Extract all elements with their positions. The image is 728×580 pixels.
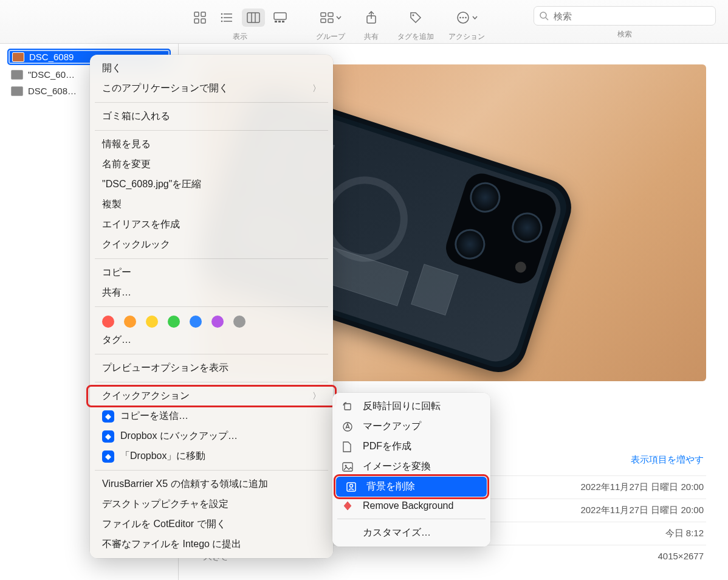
svg-rect-17 [321,13,326,16]
svg-rect-15 [278,21,281,22]
file-thumb-icon [11,70,23,80]
svg-rect-19 [321,19,326,22]
view-columns-button[interactable] [242,9,265,27]
svg-rect-1 [201,12,205,16]
meta-value-created: 2022年11月27日 日曜日 20:00 [580,482,704,493]
sm-markup[interactable]: マークアップ [332,416,490,437]
cm-coteditor[interactable]: ファイルを CotEditor で開く [90,514,333,534]
file-name: DSC_6089 [29,52,74,62]
group-button[interactable] [320,9,342,27]
cm-share[interactable]: 共有… [90,283,333,303]
cm-dropbox-backup[interactable]: ◆ Dropbox にバックアップ… [90,426,333,446]
sm-customize[interactable]: カスタマイズ… [332,523,490,543]
svg-point-8 [221,17,223,19]
file-name: DSC_608… [28,86,77,96]
cm-open[interactable]: 開く [90,58,333,78]
svg-rect-20 [328,19,333,22]
view-icons-button[interactable] [188,9,211,27]
app-icon [342,500,355,511]
tag-color-row [90,311,333,330]
tag-purple[interactable] [211,316,224,328]
svg-rect-0 [194,12,199,16]
sm-pdf[interactable]: PDFを作成 [332,437,490,457]
file-thumb-icon [11,86,23,96]
tag-yellow[interactable] [146,316,158,328]
action-button[interactable] [456,9,478,27]
search-input[interactable] [534,6,716,26]
cm-copy[interactable]: コピー [90,263,333,283]
chevron-right-icon: 〉 [312,391,321,402]
cm-quick-actions[interactable]: クイックアクション〉 [90,386,333,406]
tag-blue[interactable] [190,316,202,328]
cm-info[interactable]: 情報を見る [90,134,333,154]
svg-point-28 [540,12,546,18]
meta-value-modified: 2022年11月27日 日曜日 20:00 [580,505,704,516]
svg-point-35 [350,484,353,487]
view-label: 表示 [233,32,247,42]
svg-point-26 [462,17,464,19]
action-label: アクション [448,32,485,42]
sm-remove-bg-jp[interactable]: 背景を削除 [336,477,487,497]
cm-send-copy[interactable]: ◆ コピーを送信… [90,406,333,426]
svg-point-25 [459,17,461,19]
tag-gray[interactable] [233,316,246,328]
svg-rect-16 [282,21,284,22]
file-name: "DSC_60… [28,69,75,80]
share-button[interactable] [360,9,383,27]
cm-rename[interactable]: 名前を変更 [90,154,333,174]
tag-red[interactable] [102,316,114,328]
svg-rect-3 [201,19,205,23]
quick-actions-submenu: 反時計回りに回転 マークアップ PDFを作成 イメージを変換 背景を削除 Rem… [332,393,490,547]
tag-button[interactable] [404,9,427,27]
view-switcher-group: 表示 [188,7,292,42]
svg-rect-13 [274,13,286,19]
view-gallery-button[interactable] [269,9,292,27]
cm-quicklook[interactable]: クイックルック [90,235,333,255]
cm-dropbox-move[interactable]: ◆ 「Dropbox」に移動 [90,446,333,466]
toolbar: 表示 グループ 共有 [0,0,728,44]
cm-trash[interactable]: ゴミ箱に入れる [90,106,333,126]
cm-alias[interactable]: エイリアスを作成 [90,215,333,235]
tag-orange[interactable] [124,316,136,328]
remove-bg-icon [346,482,359,492]
svg-rect-10 [247,13,259,22]
share-label: 共有 [364,32,379,42]
dimensions-value: 4015×2677 [658,551,704,562]
cm-tags[interactable]: タグ… [90,330,333,350]
cm-duplicate[interactable]: 複製 [90,195,333,215]
svg-rect-18 [328,13,333,16]
cm-wallpaper[interactable]: デスクトップピクチャを設定 [90,494,333,514]
svg-point-9 [221,21,223,22]
view-list-button[interactable] [215,9,238,27]
cm-preview-options[interactable]: プレビューオプションを表示 [90,358,333,378]
markup-icon [342,421,355,432]
svg-point-33 [345,464,347,466]
tag-green[interactable] [168,316,180,328]
svg-rect-2 [194,19,199,23]
cm-intego[interactable]: 不審なファイルを Intego に提出 [90,534,333,554]
cm-compress[interactable]: "DSC_6089.jpg"を圧縮 [90,174,333,195]
tag-label: タグを追加 [397,32,434,42]
file-thumb-icon [12,52,24,62]
search-label: 検索 [617,29,632,40]
show-more-link[interactable]: 表示項目を増やす [631,454,704,466]
svg-point-27 [465,17,467,19]
svg-rect-30 [345,404,351,410]
svg-line-29 [546,18,548,20]
dropbox-icon: ◆ [102,430,114,443]
sm-remove-bg-en[interactable]: Remove Background [332,497,490,515]
cm-virus[interactable]: VirusBarrier X5 の信頼する領域に追加 [90,474,333,494]
dropbox-icon: ◆ [102,451,114,463]
svg-point-23 [413,15,414,16]
group-label: グループ [316,32,345,42]
image-icon [342,462,355,472]
cm-open-with[interactable]: このアプリケーションで開く〉 [90,78,333,98]
search-icon [539,11,549,21]
sm-rotate[interactable]: 反時計回りに回転 [332,396,490,416]
dropbox-icon: ◆ [102,410,114,423]
document-icon [342,441,355,452]
svg-point-7 [221,13,223,15]
meta-value-today: 今日 8:12 [665,528,704,539]
sm-convert[interactable]: イメージを変換 [332,457,490,477]
chevron-right-icon: 〉 [312,83,321,94]
